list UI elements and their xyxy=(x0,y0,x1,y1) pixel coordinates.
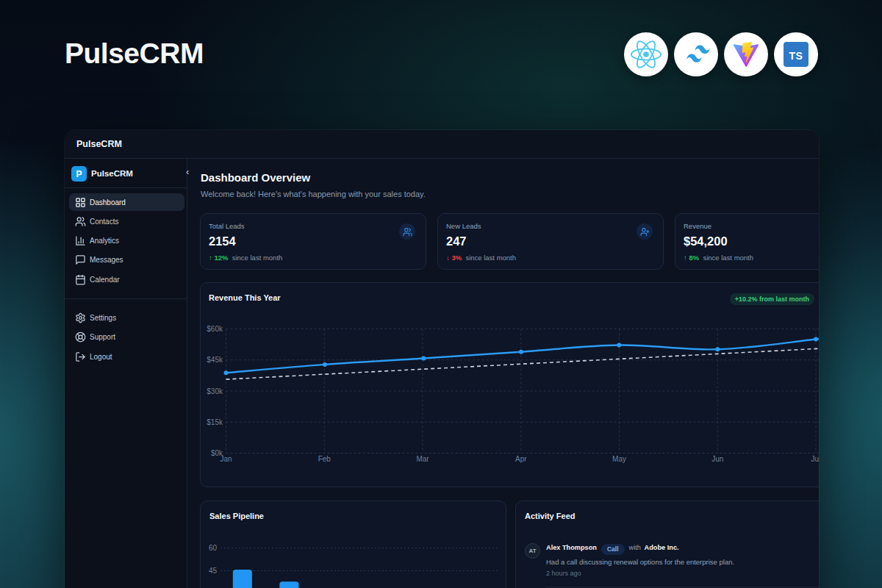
svg-text:Jan: Jan xyxy=(220,455,232,463)
svg-text:$30k: $30k xyxy=(207,387,223,395)
svg-text:Jul: Jul xyxy=(811,455,819,463)
svg-text:$60k: $60k xyxy=(207,325,223,333)
svg-text:Mar: Mar xyxy=(416,455,429,463)
svg-text:Feb: Feb xyxy=(318,455,331,463)
svg-text:Jun: Jun xyxy=(711,455,723,463)
svg-text:60: 60 xyxy=(209,544,218,552)
svg-text:$45k: $45k xyxy=(207,356,223,364)
svg-text:Apr: Apr xyxy=(515,455,527,463)
svg-text:45: 45 xyxy=(209,567,218,575)
svg-text:$15k: $15k xyxy=(207,418,223,426)
svg-text:May: May xyxy=(612,455,626,463)
